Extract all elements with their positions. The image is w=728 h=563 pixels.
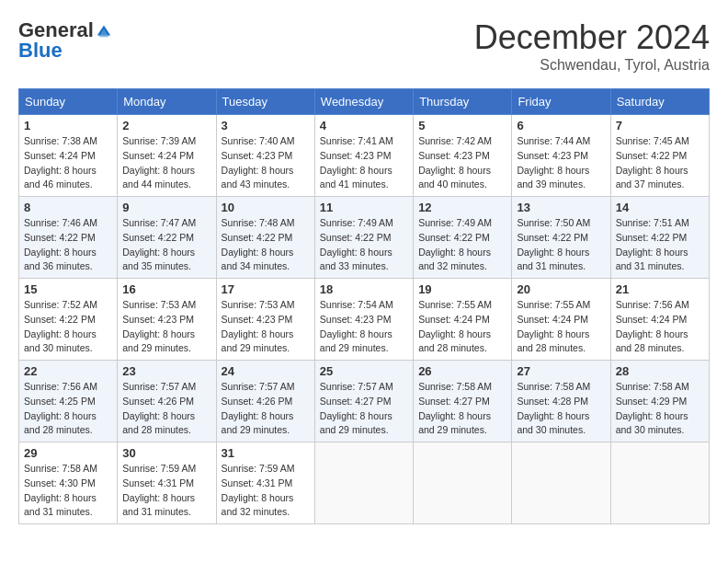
day-info: Sunrise: 7:55 AMSunset: 4:24 PMDaylight:… [418, 298, 506, 356]
calendar-cell: 10Sunrise: 7:48 AMSunset: 4:22 PMDayligh… [216, 197, 314, 279]
day-info: Sunrise: 7:42 AMSunset: 4:23 PMDaylight:… [418, 134, 506, 192]
calendar-cell: 6Sunrise: 7:44 AMSunset: 4:23 PMDaylight… [512, 115, 610, 197]
day-info: Sunrise: 7:50 AMSunset: 4:22 PMDaylight:… [517, 216, 605, 274]
day-header-saturday: Saturday [610, 89, 709, 115]
calendar-cell: 15Sunrise: 7:52 AMSunset: 4:22 PMDayligh… [19, 279, 118, 361]
day-number: 10 [222, 201, 310, 214]
calendar-cell: 7Sunrise: 7:45 AMSunset: 4:22 PMDaylight… [610, 115, 709, 197]
calendar-cell: 4Sunrise: 7:41 AMSunset: 4:23 PMDaylight… [314, 115, 413, 197]
day-info: Sunrise: 7:51 AMSunset: 4:22 PMDaylight:… [616, 216, 704, 274]
day-info: Sunrise: 7:45 AMSunset: 4:22 PMDaylight:… [616, 134, 704, 192]
location-subtitle: Schwendau, Tyrol, Austria [474, 57, 710, 74]
day-header-friday: Friday [512, 89, 610, 115]
day-info: Sunrise: 7:55 AMSunset: 4:24 PMDaylight:… [517, 298, 605, 356]
day-info: Sunrise: 7:40 AMSunset: 4:23 PMDaylight:… [222, 134, 310, 192]
calendar-cell: 8Sunrise: 7:46 AMSunset: 4:22 PMDaylight… [19, 197, 118, 279]
calendar-cell: 22Sunrise: 7:56 AMSunset: 4:25 PMDayligh… [19, 361, 118, 442]
calendar-cell: 13Sunrise: 7:50 AMSunset: 4:22 PMDayligh… [512, 197, 610, 279]
day-number: 8 [24, 201, 112, 214]
title-block: December 2024 Schwendau, Tyrol, Austria [474, 18, 710, 74]
calendar-cell: 19Sunrise: 7:55 AMSunset: 4:24 PMDayligh… [414, 279, 512, 361]
day-number: 1 [24, 119, 112, 132]
month-title: December 2024 [474, 18, 710, 57]
calendar-cell: 5Sunrise: 7:42 AMSunset: 4:23 PMDaylight… [414, 115, 512, 197]
calendar-header-row: SundayMondayTuesdayWednesdayThursdayFrid… [19, 89, 710, 115]
calendar-week-1: 1Sunrise: 7:38 AMSunset: 4:24 PMDaylight… [19, 115, 710, 197]
day-number: 6 [517, 119, 605, 132]
calendar-cell: 16Sunrise: 7:53 AMSunset: 4:23 PMDayligh… [118, 279, 216, 361]
day-info: Sunrise: 7:59 AMSunset: 4:31 PMDaylight:… [122, 462, 210, 520]
day-number: 21 [616, 282, 704, 296]
day-info: Sunrise: 7:58 AMSunset: 4:27 PMDaylight:… [418, 380, 506, 438]
day-number: 14 [616, 201, 704, 214]
calendar-cell: 17Sunrise: 7:53 AMSunset: 4:23 PMDayligh… [216, 279, 314, 361]
day-info: Sunrise: 7:58 AMSunset: 4:30 PMDaylight:… [24, 462, 112, 520]
day-info: Sunrise: 7:56 AMSunset: 4:24 PMDaylight:… [616, 298, 704, 356]
day-number: 2 [122, 119, 210, 132]
day-info: Sunrise: 7:49 AMSunset: 4:22 PMDaylight:… [418, 216, 506, 274]
day-info: Sunrise: 7:39 AMSunset: 4:24 PMDaylight:… [122, 134, 210, 192]
day-info: Sunrise: 7:56 AMSunset: 4:25 PMDaylight:… [24, 380, 112, 438]
calendar-cell [512, 442, 610, 524]
day-info: Sunrise: 7:38 AMSunset: 4:24 PMDaylight:… [24, 134, 112, 192]
calendar-cell: 20Sunrise: 7:55 AMSunset: 4:24 PMDayligh… [512, 279, 610, 361]
calendar-cell [610, 442, 709, 524]
calendar-cell: 26Sunrise: 7:58 AMSunset: 4:27 PMDayligh… [414, 361, 512, 442]
calendar-cell: 2Sunrise: 7:39 AMSunset: 4:24 PMDaylight… [118, 115, 216, 197]
calendar-cell: 14Sunrise: 7:51 AMSunset: 4:22 PMDayligh… [610, 197, 709, 279]
day-number: 22 [24, 364, 112, 378]
day-number: 23 [122, 364, 210, 378]
day-number: 24 [222, 364, 310, 378]
day-number: 26 [418, 364, 506, 378]
day-number: 31 [222, 446, 310, 460]
day-info: Sunrise: 7:47 AMSunset: 4:22 PMDaylight:… [122, 216, 210, 274]
day-info: Sunrise: 7:57 AMSunset: 4:27 PMDaylight:… [320, 380, 408, 438]
day-number: 19 [418, 282, 506, 296]
day-number: 13 [517, 201, 605, 214]
day-header-wednesday: Wednesday [314, 89, 413, 115]
calendar-week-2: 8Sunrise: 7:46 AMSunset: 4:22 PMDaylight… [19, 197, 710, 279]
day-info: Sunrise: 7:52 AMSunset: 4:22 PMDaylight:… [24, 298, 112, 356]
calendar-cell: 31Sunrise: 7:59 AMSunset: 4:31 PMDayligh… [216, 442, 314, 524]
day-number: 3 [222, 119, 310, 132]
day-info: Sunrise: 7:57 AMSunset: 4:26 PMDaylight:… [222, 380, 310, 438]
calendar-cell: 30Sunrise: 7:59 AMSunset: 4:31 PMDayligh… [118, 442, 216, 524]
calendar-table: SundayMondayTuesdayWednesdayThursdayFrid… [18, 88, 710, 524]
calendar-cell: 1Sunrise: 7:38 AMSunset: 4:24 PMDaylight… [19, 115, 118, 197]
calendar-cell: 29Sunrise: 7:58 AMSunset: 4:30 PMDayligh… [19, 442, 118, 524]
day-number: 15 [24, 282, 112, 296]
day-header-tuesday: Tuesday [216, 89, 314, 115]
calendar-cell [414, 442, 512, 524]
day-info: Sunrise: 7:41 AMSunset: 4:23 PMDaylight:… [320, 134, 408, 192]
calendar-cell: 27Sunrise: 7:58 AMSunset: 4:28 PMDayligh… [512, 361, 610, 442]
logo: General Blue [18, 18, 112, 63]
day-info: Sunrise: 7:58 AMSunset: 4:29 PMDaylight:… [616, 380, 704, 438]
calendar-week-4: 22Sunrise: 7:56 AMSunset: 4:25 PMDayligh… [19, 361, 710, 442]
day-header-thursday: Thursday [414, 89, 512, 115]
calendar-cell: 9Sunrise: 7:47 AMSunset: 4:22 PMDaylight… [118, 197, 216, 279]
day-number: 4 [320, 119, 408, 132]
calendar-cell: 18Sunrise: 7:54 AMSunset: 4:23 PMDayligh… [314, 279, 413, 361]
calendar-cell: 28Sunrise: 7:58 AMSunset: 4:29 PMDayligh… [610, 361, 709, 442]
calendar-week-3: 15Sunrise: 7:52 AMSunset: 4:22 PMDayligh… [19, 279, 710, 361]
day-info: Sunrise: 7:46 AMSunset: 4:22 PMDaylight:… [24, 216, 112, 274]
day-info: Sunrise: 7:53 AMSunset: 4:23 PMDaylight:… [222, 298, 310, 356]
calendar-cell: 24Sunrise: 7:57 AMSunset: 4:26 PMDayligh… [216, 361, 314, 442]
day-info: Sunrise: 7:59 AMSunset: 4:31 PMDaylight:… [222, 462, 310, 520]
day-number: 20 [517, 282, 605, 296]
day-number: 12 [418, 201, 506, 214]
calendar-cell: 21Sunrise: 7:56 AMSunset: 4:24 PMDayligh… [610, 279, 709, 361]
day-number: 16 [122, 282, 210, 296]
calendar-cell [314, 442, 413, 524]
calendar-week-5: 29Sunrise: 7:58 AMSunset: 4:30 PMDayligh… [19, 442, 710, 524]
calendar-cell: 12Sunrise: 7:49 AMSunset: 4:22 PMDayligh… [414, 197, 512, 279]
day-number: 27 [517, 364, 605, 378]
day-info: Sunrise: 7:53 AMSunset: 4:23 PMDaylight:… [122, 298, 210, 356]
day-header-sunday: Sunday [19, 89, 118, 115]
day-info: Sunrise: 7:44 AMSunset: 4:23 PMDaylight:… [517, 134, 605, 192]
day-number: 9 [122, 201, 210, 214]
day-number: 17 [222, 282, 310, 296]
logo-blue-text: Blue [18, 39, 63, 63]
page-header: General Blue December 2024 Schwendau, Ty… [18, 18, 710, 74]
calendar-cell: 3Sunrise: 7:40 AMSunset: 4:23 PMDaylight… [216, 115, 314, 197]
